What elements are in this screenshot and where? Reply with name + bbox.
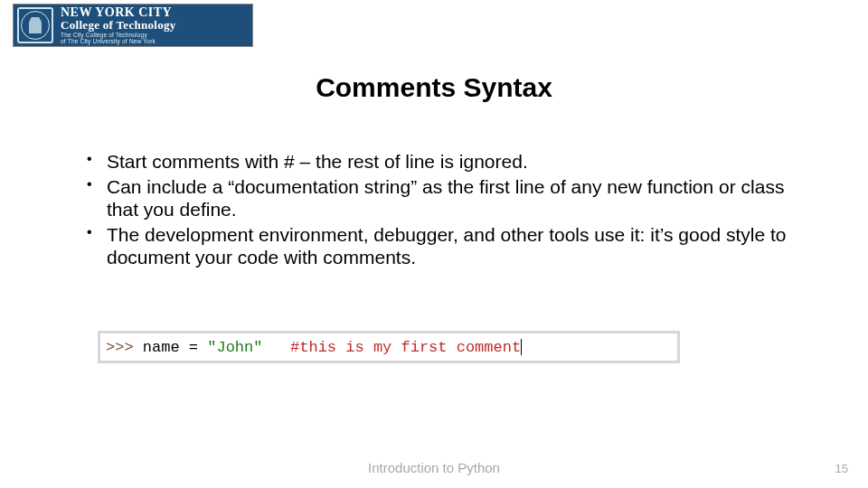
logo-line4: of The City University of New York (61, 39, 176, 45)
code-comment: #this is my first comment (290, 339, 521, 356)
college-logo-text: NEW YORK CITY College of Technology The … (61, 6, 176, 45)
hash-symbol: # (284, 151, 295, 172)
bullet-item: The development environment, debugger, a… (81, 223, 787, 269)
slide-title: Comments Syntax (0, 72, 868, 103)
code-line: >>> name = "John" #this is my first comm… (100, 333, 677, 361)
bullet-text-pre: Start comments with (107, 151, 284, 172)
code-eq: = (180, 339, 208, 356)
bullet-text: Can include a “documentation string” as … (107, 176, 784, 221)
slide: NEW YORK CITY College of Technology The … (0, 0, 868, 488)
code-gap (262, 339, 290, 356)
bullet-item: Can include a “documentation string” as … (81, 175, 787, 221)
bullet-item: Start comments with # – the rest of line… (81, 150, 787, 174)
college-seal-icon (17, 7, 53, 43)
logo-line1: NEW YORK CITY (61, 6, 176, 20)
logo-line2: College of Technology (61, 19, 176, 32)
bullet-list: Start comments with # – the rest of line… (81, 150, 787, 271)
code-example: >>> name = "John" #this is my first comm… (98, 331, 680, 363)
page-number: 15 (835, 462, 848, 475)
code-var: name (143, 339, 180, 356)
bullet-text: The development environment, debugger, a… (107, 224, 786, 268)
text-caret-icon (521, 339, 522, 355)
footer-title: Introduction to Python (0, 460, 868, 475)
college-logo: NEW YORK CITY College of Technology The … (13, 4, 253, 47)
bullet-text-post: – the rest of line is ignored. (295, 151, 528, 172)
code-prompt: >>> (106, 339, 143, 356)
code-string: "John" (207, 339, 262, 356)
